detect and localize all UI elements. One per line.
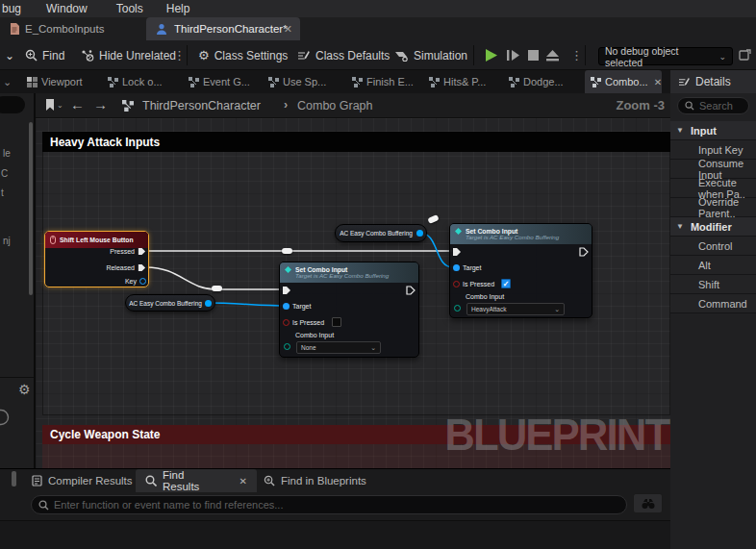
exec-out-pin[interactable] xyxy=(579,247,589,257)
menu-help[interactable]: Help xyxy=(163,2,194,15)
reroute-knot[interactable] xyxy=(282,248,292,254)
object-pin-icon[interactable] xyxy=(205,300,212,307)
tab-label: Event G... xyxy=(203,76,250,87)
hide-unrelated-button[interactable]: Hide Unrelated xyxy=(81,46,176,64)
tab-hits-p[interactable]: Hits& P... xyxy=(429,70,486,93)
search-icon xyxy=(38,500,49,511)
pin-label: Is Pressed xyxy=(463,281,494,287)
gear-icon[interactable]: ⚙ xyxy=(18,382,31,397)
node-title: AC Easy Combo Buffering xyxy=(129,300,202,307)
chevron-down-icon[interactable]: ⌄ xyxy=(5,46,14,64)
reroute-knot[interactable] xyxy=(212,286,222,291)
class-defaults-button[interactable]: Class Defaults xyxy=(297,46,390,64)
combo-input-label-row: Combo Input xyxy=(466,293,504,300)
pin-pressed[interactable]: Pressed xyxy=(110,247,146,256)
is-pressed-checkbox-checked[interactable]: ✓ xyxy=(501,279,511,288)
class-settings-button[interactable]: ⚙ Class Settings xyxy=(198,46,288,64)
find-in-blueprints-button[interactable] xyxy=(633,493,663,513)
tab-use-sp[interactable]: Use Sp... xyxy=(268,70,326,93)
section-header-input[interactable]: ▼ Input xyxy=(670,121,756,140)
property-row-override-parent[interactable]: Override Parent.. xyxy=(670,198,756,217)
object-pin-icon[interactable] xyxy=(416,230,423,237)
back-arrow-icon[interactable]: ← xyxy=(70,96,85,112)
combo-input-dropdown[interactable]: HeavyAttack ⌄ xyxy=(466,303,565,315)
forward-arrow-icon[interactable]: → xyxy=(93,96,108,112)
more-options-icon[interactable]: ⋮ xyxy=(173,46,186,64)
pin-target[interactable]: Target xyxy=(283,303,311,310)
zoom-level-label: Zoom -3 xyxy=(616,98,665,112)
class-defaults-label: Class Defaults xyxy=(315,49,390,62)
chevron-down-icon: ⌄ xyxy=(554,306,560,313)
breadcrumb-parent[interactable]: ThirdPersonCharacter xyxy=(142,99,261,112)
tab-finish-e[interactable]: Finish E... xyxy=(352,70,414,93)
details-search-input[interactable] xyxy=(699,100,742,112)
exec-in-pin[interactable] xyxy=(452,247,462,257)
graph-icon xyxy=(509,77,519,87)
breadcrumb-current[interactable]: Combo Graph xyxy=(297,99,373,112)
eject-button[interactable] xyxy=(546,46,559,64)
simulation-button[interactable]: Simulation xyxy=(394,46,467,64)
frame-skip-button[interactable] xyxy=(507,46,519,64)
combo-input-dropdown[interactable]: None ⌄ xyxy=(296,341,381,354)
menu-window[interactable]: Window xyxy=(42,2,91,15)
scrollbar[interactable] xyxy=(12,471,16,487)
stop-button[interactable] xyxy=(528,46,539,64)
clipped-search-pill[interactable] xyxy=(0,96,25,113)
exec-in-pin[interactable] xyxy=(282,286,291,295)
tab-combo-graph[interactable]: Combo... ✕ xyxy=(585,70,662,93)
property-label: Alt xyxy=(698,260,711,271)
tab-find-results[interactable]: Find Results ✕ xyxy=(136,469,257,492)
tab-compiler-results[interactable]: Compiler Results xyxy=(32,469,133,492)
details-panel: Details ▼ Input Input Key Consume Input … xyxy=(670,70,756,549)
play-options-icon[interactable]: ⋮ xyxy=(570,46,583,64)
property-row-command[interactable]: Command xyxy=(670,294,756,313)
pin-released[interactable]: Released xyxy=(106,263,146,272)
tab-viewport[interactable]: Viewport xyxy=(27,70,83,93)
enum-pin-icon[interactable] xyxy=(284,343,290,350)
tab-lock-on[interactable]: Lock o... xyxy=(108,70,163,93)
node-ac-easy-combo-buffering[interactable]: AC Easy Combo Buffering xyxy=(125,294,215,312)
chevron-down-icon[interactable]: ⌄ xyxy=(57,101,63,110)
clipped-circle-icon[interactable] xyxy=(0,409,10,426)
debug-browse-icon[interactable] xyxy=(739,46,751,64)
bookmark-icon[interactable] xyxy=(45,99,55,112)
debug-object-dropdown[interactable]: No debug object selected ⌄ xyxy=(598,47,733,65)
exec-out-pin[interactable] xyxy=(406,286,416,295)
tab-find-in-blueprints[interactable]: Find in Blueprints xyxy=(264,469,366,492)
clipped-label: t xyxy=(1,187,4,198)
tab-event-graph[interactable]: Event G... xyxy=(189,70,250,93)
tab-overflow-chevron-icon[interactable]: ⌄ xyxy=(3,70,12,93)
menu-tools[interactable]: Tools xyxy=(113,2,147,15)
property-row-control[interactable]: Control xyxy=(670,237,756,256)
find-references-search[interactable] xyxy=(31,495,627,514)
close-icon[interactable]: ✕ xyxy=(654,77,662,87)
find-button[interactable]: Find xyxy=(25,46,64,64)
tab-dodge[interactable]: Dodge... xyxy=(509,70,564,93)
play-button[interactable] xyxy=(485,46,498,64)
find-results-list[interactable] xyxy=(0,520,670,549)
pin-key[interactable]: Key xyxy=(125,278,146,285)
find-references-input[interactable] xyxy=(54,499,619,511)
node-shift-left-mouse-button[interactable]: Shift Left Mouse Button Pressed Released… xyxy=(44,231,149,287)
close-icon[interactable]: ✕ xyxy=(284,23,292,36)
pin-is-pressed[interactable]: Is Pressed xyxy=(283,319,324,326)
pin-is-pressed[interactable]: Is Pressed xyxy=(453,281,494,287)
tab-details[interactable]: Details xyxy=(670,70,756,93)
node-set-combo-input-2[interactable]: Set Combo Input Target is AC Easy Combo … xyxy=(449,223,592,318)
menu-debug[interactable]: bug xyxy=(0,2,25,15)
gear-icon: ⚙ xyxy=(198,48,210,62)
is-pressed-checkbox[interactable] xyxy=(332,317,341,327)
details-search[interactable] xyxy=(677,97,749,114)
enum-pin-icon[interactable] xyxy=(454,305,461,312)
section-header-modifier[interactable]: ▼ Modifier xyxy=(670,217,756,237)
node-set-combo-input-1[interactable]: Set Combo Input Target is AC Easy Combo … xyxy=(279,262,419,358)
close-icon[interactable]: ✕ xyxy=(239,476,247,487)
pin-target[interactable]: Target xyxy=(453,264,481,271)
property-row-alt[interactable]: Alt xyxy=(670,256,756,275)
scrollbar[interactable] xyxy=(29,122,33,295)
node-ac-easy-combo-buffering[interactable]: AC Easy Combo Buffering xyxy=(335,224,427,242)
asset-tab-combo-inputs[interactable]: E_ComboInputs xyxy=(6,17,145,40)
blueprint-graph-canvas[interactable]: Heavy Attack Inputs Cycle Weapon State B… xyxy=(36,93,670,468)
asset-tab-thirdperson[interactable]: ThirdPersonCharacter* ✕ xyxy=(146,17,300,40)
property-row-shift[interactable]: Shift xyxy=(670,275,756,294)
